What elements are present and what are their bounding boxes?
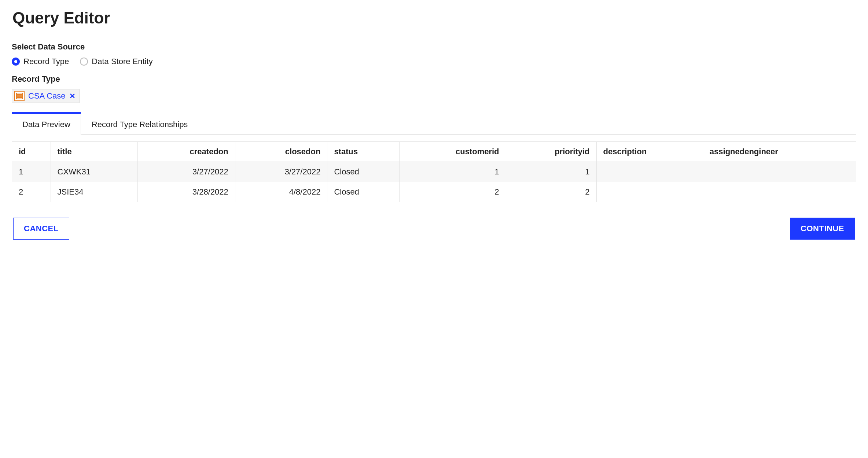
cell-priorityid: 1 bbox=[506, 162, 596, 182]
radio-option-data-store-entity[interactable]: Data Store Entity bbox=[80, 57, 152, 66]
tab-spacer bbox=[198, 112, 856, 135]
cell-status: Closed bbox=[327, 162, 400, 182]
radio-label: Data Store Entity bbox=[92, 57, 152, 66]
svg-rect-2 bbox=[16, 97, 22, 99]
col-title: title bbox=[51, 142, 138, 162]
cell-assignedengineer bbox=[703, 162, 856, 182]
svg-rect-0 bbox=[16, 93, 22, 95]
cell-title: JSIE34 bbox=[51, 182, 138, 202]
record-type-icon bbox=[14, 91, 25, 101]
col-assignedengineer: assignedengineer bbox=[703, 142, 856, 162]
cell-id: 1 bbox=[12, 162, 51, 182]
table-row[interactable]: 1CXWK313/27/20223/27/2022Closed11 bbox=[12, 162, 856, 182]
cell-id: 2 bbox=[12, 182, 51, 202]
tab-record-type-relationships[interactable]: Record Type Relationships bbox=[81, 112, 199, 135]
chip-label: CSA Case bbox=[28, 91, 66, 101]
svg-rect-1 bbox=[16, 95, 22, 97]
col-description: description bbox=[596, 142, 703, 162]
close-icon[interactable]: ✕ bbox=[69, 92, 76, 100]
col-closedon: closedon bbox=[235, 142, 327, 162]
col-createdon: createdon bbox=[138, 142, 235, 162]
cell-createdon: 3/27/2022 bbox=[138, 162, 235, 182]
data-source-radio-group: Record Type Data Store Entity bbox=[12, 57, 856, 66]
cell-status: Closed bbox=[327, 182, 400, 202]
data-preview-table: idtitlecreatedonclosedonstatuscustomerid… bbox=[12, 141, 856, 202]
radio-option-record-type[interactable]: Record Type bbox=[12, 57, 69, 66]
cell-title: CXWK31 bbox=[51, 162, 138, 182]
cell-closedon: 3/27/2022 bbox=[235, 162, 327, 182]
cell-assignedengineer bbox=[703, 182, 856, 202]
tab-data-preview[interactable]: Data Preview bbox=[12, 112, 81, 135]
col-status: status bbox=[327, 142, 400, 162]
radio-selected-icon bbox=[12, 58, 20, 66]
cancel-button[interactable]: Cancel bbox=[13, 218, 69, 240]
table-row[interactable]: 2JSIE343/28/20224/8/2022Closed22 bbox=[12, 182, 856, 202]
select-data-source-label: Select Data Source bbox=[12, 42, 856, 52]
tabs: Data Preview Record Type Relationships bbox=[12, 112, 856, 135]
continue-button[interactable]: Continue bbox=[790, 218, 855, 240]
cell-description bbox=[596, 162, 703, 182]
cell-closedon: 4/8/2022 bbox=[235, 182, 327, 202]
cell-description bbox=[596, 182, 703, 202]
radio-unselected-icon bbox=[80, 58, 88, 66]
col-priorityid: priorityid bbox=[506, 142, 596, 162]
record-type-label: Record Type bbox=[12, 74, 856, 84]
cell-customerid: 1 bbox=[400, 162, 506, 182]
col-id: id bbox=[12, 142, 51, 162]
record-type-chip[interactable]: CSA Case ✕ bbox=[12, 89, 80, 103]
col-customerid: customerid bbox=[400, 142, 506, 162]
cell-createdon: 3/28/2022 bbox=[138, 182, 235, 202]
cell-priorityid: 2 bbox=[506, 182, 596, 202]
cell-customerid: 2 bbox=[400, 182, 506, 202]
radio-label: Record Type bbox=[23, 57, 69, 66]
page-title: Query Editor bbox=[0, 0, 868, 34]
